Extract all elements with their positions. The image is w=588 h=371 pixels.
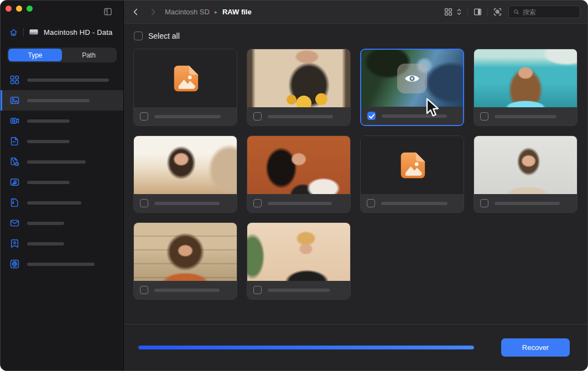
placeholder-text-bar [27, 222, 64, 225]
file-card-9[interactable] [133, 222, 237, 300]
card-checkbox[interactable] [253, 112, 262, 121]
select-all-label: Select all [148, 32, 180, 40]
back-button[interactable] [131, 7, 141, 17]
card-checkbox[interactable] [253, 286, 262, 294]
file-card-1[interactable] [133, 49, 237, 126]
photo-thumbnail [361, 50, 463, 107]
placeholder-text-bar [27, 140, 70, 143]
sidebar-toggle-icon[interactable] [103, 7, 113, 17]
image-file-icon [170, 64, 200, 93]
sidebar-item-audio[interactable] [1, 172, 123, 192]
file-grid-area: Select all [124, 24, 587, 324]
file-grid [133, 49, 578, 300]
placeholder-text-bar [27, 242, 64, 245]
sort-order-icon[interactable] [456, 8, 462, 16]
card-checkbox[interactable] [140, 112, 148, 121]
file-card-6[interactable] [247, 135, 351, 213]
placeholder-text-bar [27, 181, 70, 184]
forward-button[interactable] [148, 7, 158, 17]
sidebar-item-recent-files[interactable] [1, 151, 123, 172]
traffic-lights [6, 6, 33, 12]
home-icon[interactable] [9, 28, 18, 37]
file-card-2[interactable] [247, 49, 351, 126]
progress-fill [138, 346, 474, 349]
photo-thumbnail [247, 136, 350, 194]
photo-thumbnail [474, 136, 577, 194]
divider [467, 8, 468, 16]
traffic-light-zoom[interactable] [27, 6, 33, 12]
search-icon [513, 8, 520, 15]
toolbar: Macintosh SD ▸ RAW file [124, 1, 587, 24]
card-checkbox[interactable] [480, 199, 488, 207]
sidebar-item-videos[interactable] [1, 111, 123, 131]
traffic-light-minimize[interactable] [16, 6, 22, 12]
sidebar-item-archives[interactable] [1, 192, 123, 213]
scan-progress-bar [138, 346, 474, 349]
search-input[interactable] [523, 8, 576, 16]
deep-scan-icon[interactable] [493, 7, 502, 17]
search-box[interactable] [508, 6, 580, 18]
emails-icon [9, 218, 20, 228]
filename-placeholder [495, 202, 560, 205]
filename-placeholder [382, 114, 447, 118]
file-card-4[interactable] [473, 49, 577, 126]
audio-icon [9, 177, 20, 187]
tab-type[interactable]: Type [8, 49, 62, 61]
web-files-icon [9, 259, 20, 269]
filename-placeholder [268, 115, 333, 118]
sidebar-item-emails[interactable] [1, 213, 123, 233]
filename-placeholder [154, 202, 220, 205]
photos-icon [9, 95, 20, 106]
photo-thumbnail [247, 49, 350, 107]
videos-icon [9, 116, 20, 126]
main-area: Macintosh SD ▸ RAW file Sel [124, 1, 587, 370]
preview-eye-overlay[interactable] [397, 64, 427, 93]
drive-row: Macintosh HD - Data [1, 25, 123, 39]
card-checkbox[interactable] [253, 199, 262, 207]
all-types-icon [9, 75, 20, 85]
card-checkbox[interactable] [140, 199, 148, 207]
file-card-7[interactable] [360, 135, 464, 213]
placeholder-text-bar [27, 263, 95, 266]
sidebar-item-bookmarks[interactable] [1, 233, 123, 254]
breadcrumb-current: RAW file [222, 8, 252, 16]
file-card-10[interactable] [247, 222, 351, 300]
filename-placeholder [268, 202, 332, 205]
sidebar: Macintosh HD - Data TypePath [1, 1, 124, 370]
image-file-icon [397, 150, 427, 180]
traffic-light-close[interactable] [6, 6, 12, 12]
card-checkbox[interactable] [140, 286, 148, 294]
card-checkbox[interactable] [367, 199, 375, 207]
photo-thumbnail [134, 136, 237, 194]
file-card-5[interactable] [133, 135, 237, 213]
file-card-3[interactable] [360, 49, 464, 126]
preview-panel-icon[interactable] [473, 7, 482, 17]
select-all-row: Select all [134, 29, 578, 43]
photo-thumbnail [247, 223, 350, 281]
divider [487, 8, 488, 16]
filename-placeholder [495, 115, 556, 118]
footer-bar: Recover [124, 324, 587, 370]
filename-placeholder [154, 289, 220, 292]
file-card-8[interactable] [473, 135, 577, 213]
sidebar-item-all-types[interactable] [1, 70, 123, 90]
sidebar-item-photos[interactable] [1, 90, 123, 111]
placeholder-text-bar [27, 201, 81, 205]
eye-icon [403, 70, 421, 87]
filename-placeholder [154, 115, 221, 118]
file-type-list [1, 70, 123, 274]
breadcrumb-parent[interactable]: Macintosh SD [165, 8, 210, 16]
placeholder-text-bar [27, 99, 90, 102]
grid-view-icon[interactable] [444, 7, 453, 17]
card-checkbox[interactable] [480, 112, 488, 121]
filename-placeholder [268, 289, 330, 292]
tab-path[interactable]: Path [62, 49, 116, 61]
placeholder-text-bar [27, 119, 70, 123]
card-checkbox[interactable] [367, 112, 376, 120]
sidebar-item-documents[interactable] [1, 131, 123, 151]
placeholder-text-bar [27, 79, 109, 82]
view-mode-tabs: TypePath [7, 48, 117, 62]
sidebar-item-web-files[interactable] [1, 254, 123, 274]
recover-button[interactable]: Recover [501, 338, 570, 357]
select-all-checkbox[interactable] [134, 32, 143, 40]
